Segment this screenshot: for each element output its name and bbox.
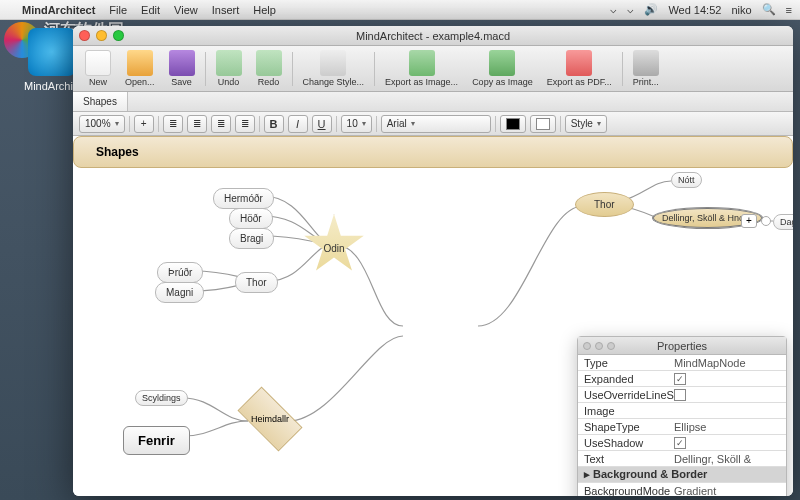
node-hermodr[interactable]: Hermóðr	[213, 188, 274, 209]
menu-edit[interactable]: Edit	[141, 4, 160, 16]
property-row[interactable]: UseOverrideLineSt	[578, 387, 786, 403]
property-row[interactable]: TypeMindMapNode	[578, 355, 786, 371]
property-row[interactable]: TextDellingr, Sköll &	[578, 451, 786, 467]
property-key: Expanded	[578, 373, 670, 385]
add-node-button[interactable]: +	[134, 115, 154, 133]
new-icon	[85, 50, 111, 76]
checkbox[interactable]: ✓	[674, 373, 686, 385]
speaker-icon[interactable]: 🔊	[644, 3, 658, 16]
style-icon	[320, 50, 346, 76]
font-select[interactable]: Arial	[381, 115, 491, 133]
redo-icon	[256, 50, 282, 76]
open-icon	[127, 50, 153, 76]
wifi-icon[interactable]: ⌵	[627, 3, 634, 16]
underline-button[interactable]: U	[312, 115, 332, 133]
menu-help[interactable]: Help	[253, 4, 276, 16]
open-button[interactable]: Open...	[119, 48, 161, 89]
panel-min-button[interactable]	[595, 342, 603, 350]
property-value[interactable]: ✓	[670, 373, 786, 385]
desktop-icon-label: MindArchitect	[24, 80, 80, 92]
node-scyldings[interactable]: Scyldings	[135, 390, 188, 406]
export-pdf-icon	[566, 50, 592, 76]
toolbar: New Open... Save Undo Redo Change Style.…	[73, 46, 793, 92]
node-magni[interactable]: Magni	[155, 282, 204, 303]
checkbox[interactable]	[674, 389, 686, 401]
properties-titlebar[interactable]: Properties	[578, 337, 786, 355]
fill-color-button[interactable]	[530, 115, 556, 133]
zoom-select[interactable]: 100%	[79, 115, 125, 133]
color-swatch-icon	[536, 118, 550, 130]
property-key: ShapeType	[578, 421, 670, 433]
property-key: Type	[578, 357, 670, 369]
property-value[interactable]: Gradient	[670, 485, 786, 497]
undo-icon	[216, 50, 242, 76]
app-menu[interactable]: MindArchitect	[22, 4, 95, 16]
new-button[interactable]: New	[79, 48, 117, 89]
search-icon[interactable]: 🔍	[762, 3, 776, 16]
node-hodr[interactable]: Höðr	[229, 208, 273, 229]
align-center-button[interactable]: ≣	[187, 115, 207, 133]
bluetooth-icon[interactable]: ⌵	[610, 3, 617, 16]
align-right-button[interactable]: ≣	[211, 115, 231, 133]
node-add-button[interactable]: +	[741, 214, 757, 228]
undo-button[interactable]: Undo	[210, 48, 248, 89]
color-swatch-icon	[506, 118, 520, 130]
titlebar[interactable]: MindArchitect - example4.macd	[73, 26, 793, 46]
align-justify-button[interactable]: ≣	[235, 115, 255, 133]
redo-button[interactable]: Redo	[250, 48, 288, 89]
property-row[interactable]: UseShadow✓	[578, 435, 786, 451]
node-nott[interactable]: Nótt	[671, 172, 702, 188]
panel-close-button[interactable]	[583, 342, 591, 350]
user-menu[interactable]: niko	[731, 4, 751, 16]
align-left-button[interactable]: ≣	[163, 115, 183, 133]
save-button[interactable]: Save	[163, 48, 201, 89]
property-row[interactable]: ▸ Background & Border	[578, 467, 786, 483]
panel-zoom-button[interactable]	[607, 342, 615, 350]
property-row[interactable]: BackgroundModeGradient	[578, 483, 786, 496]
export-pdf-button[interactable]: Export as PDF...	[541, 48, 618, 89]
node-dagr[interactable]: Dagr	[773, 214, 793, 230]
clock[interactable]: Wed 14:52	[668, 4, 721, 16]
property-key: UseOverrideLineSt	[578, 389, 670, 401]
property-value[interactable]: MindMapNode	[670, 357, 786, 369]
node-fenrir[interactable]: Fenrir	[123, 426, 190, 455]
minimize-button[interactable]	[96, 30, 107, 41]
italic-button[interactable]: I	[288, 115, 308, 133]
properties-panel[interactable]: Properties TypeMindMapNodeExpanded✓UseOv…	[577, 336, 787, 496]
node-thor[interactable]: Thor	[575, 192, 634, 217]
zoom-button[interactable]	[113, 30, 124, 41]
bold-button[interactable]: B	[264, 115, 284, 133]
property-value[interactable]	[670, 389, 786, 401]
close-button[interactable]	[79, 30, 90, 41]
node-odin[interactable]: Odin	[303, 214, 365, 276]
property-value[interactable]: Ellipse	[670, 421, 786, 433]
fontsize-select[interactable]: 10	[341, 115, 372, 133]
property-row[interactable]: ShapeTypeEllipse	[578, 419, 786, 435]
node-thrudr[interactable]: Þrúðr	[157, 262, 203, 283]
menu-file[interactable]: File	[109, 4, 127, 16]
menu-view[interactable]: View	[174, 4, 198, 16]
change-style-button[interactable]: Change Style...	[297, 48, 371, 89]
tab-shapes[interactable]: Shapes	[73, 92, 128, 111]
print-button[interactable]: Print...	[627, 48, 665, 89]
toolbar-sep	[205, 52, 206, 86]
canvas[interactable]: Shapes Odin Hermóðr Höðr Bragi Thor Þrúð…	[73, 136, 793, 496]
print-icon	[633, 50, 659, 76]
property-row[interactable]: Expanded✓	[578, 371, 786, 387]
desktop-app-icon[interactable]: MindArchitect	[24, 28, 80, 92]
copy-image-button[interactable]: Copy as Image	[466, 48, 539, 89]
export-image-button[interactable]: Export as Image...	[379, 48, 464, 89]
export-image-icon	[409, 50, 435, 76]
node-bragi[interactable]: Bragi	[229, 228, 274, 249]
text-color-button[interactable]	[500, 115, 526, 133]
node-collapse-toggle[interactable]	[761, 216, 771, 226]
menu-insert[interactable]: Insert	[212, 4, 240, 16]
menu-extra-icon[interactable]: ≡	[786, 4, 792, 16]
style-select[interactable]: Style	[565, 115, 607, 133]
property-row[interactable]: Image	[578, 403, 786, 419]
node-thor-child[interactable]: Thor	[235, 272, 278, 293]
property-value[interactable]: Dellingr, Sköll &	[670, 453, 786, 465]
property-value[interactable]: ✓	[670, 437, 786, 449]
app-window: MindArchitect - example4.macd New Open..…	[73, 26, 793, 496]
checkbox[interactable]: ✓	[674, 437, 686, 449]
